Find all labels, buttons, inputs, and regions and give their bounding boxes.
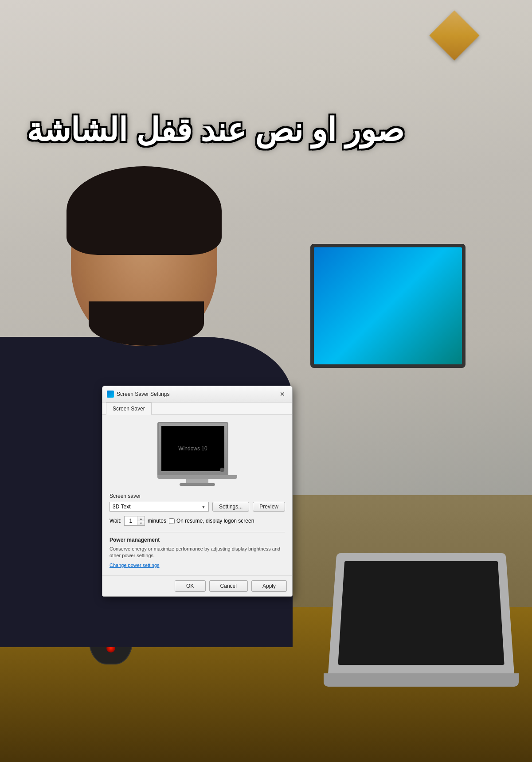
preview-monitor-button <box>220 468 224 472</box>
preview-container: Windows 10 <box>110 422 285 486</box>
power-management-title: Power management <box>110 537 285 543</box>
wait-spinners: ▲ ▼ <box>137 516 145 525</box>
power-management-desc: Conserve energy or maximize performance … <box>110 546 285 559</box>
preview-monitor-stand <box>186 479 208 483</box>
background-monitor <box>310 244 466 368</box>
spin-down-button[interactable]: ▼ <box>137 521 145 525</box>
wait-unit-label: minutes <box>148 518 166 524</box>
dialog-titlebar: Screen Saver Settings ✕ <box>102 386 292 402</box>
person-beard <box>89 301 204 346</box>
wait-input-wrapper: ▲ ▼ <box>124 516 145 526</box>
screensaver-section-label: Screen saver <box>110 493 285 499</box>
preview-monitor-frame: Windows 10 <box>157 422 228 475</box>
arabic-title: صور او نص عند قفل الشاشة <box>27 111 404 149</box>
logon-checkbox-label[interactable]: On resume, display logon screen <box>169 518 254 524</box>
wait-row: Wait: ▲ ▼ minutes On resume, display log… <box>110 516 285 526</box>
preview-screen: Windows 10 <box>161 426 224 471</box>
laptop-screen-panel <box>328 553 514 676</box>
dialog-icon <box>107 391 114 398</box>
person-hair <box>66 166 222 255</box>
apply-button[interactable]: Apply <box>251 580 287 592</box>
dialog-title: Screen Saver Settings <box>117 391 169 397</box>
dropdown-value: 3D Text <box>113 504 130 510</box>
screen-saver-tab[interactable]: Screen Saver <box>106 402 152 415</box>
dialog-body: Windows 10 Screen saver 3D Text ▼ Settin… <box>102 415 292 575</box>
dialog-footer: OK Cancel Apply <box>102 575 292 596</box>
cancel-button[interactable]: Cancel <box>209 580 248 592</box>
laptop-screen <box>338 561 504 665</box>
lamp-shape <box>429 10 479 60</box>
logon-checkbox[interactable] <box>169 518 175 524</box>
laptop-base <box>324 673 519 687</box>
preview-monitor-base <box>157 475 237 479</box>
dialog-tabbar: Screen Saver <box>102 402 292 415</box>
preview-screen-text: Windows 10 <box>178 445 207 452</box>
spin-up-button[interactable]: ▲ <box>137 516 145 521</box>
settings-button[interactable]: Settings... <box>212 502 249 512</box>
preview-monitor-foot <box>180 483 215 486</box>
screensaver-dropdown-row: 3D Text ▼ Settings... Preview <box>110 502 285 512</box>
logon-label-text: On resume, display logon screen <box>176 518 254 524</box>
preview-button[interactable]: Preview <box>253 502 285 512</box>
dropdown-arrow-icon: ▼ <box>201 504 206 509</box>
screen-saver-dialog: Screen Saver Settings ✕ Screen Saver Win… <box>102 386 293 597</box>
titlebar-left: Screen Saver Settings <box>107 391 169 398</box>
wait-label: Wait: <box>110 518 121 524</box>
lamp-decoration <box>421 0 488 89</box>
dialog-close-button[interactable]: ✕ <box>277 390 288 399</box>
screensaver-dropdown[interactable]: 3D Text ▼ <box>110 502 209 512</box>
wait-input[interactable] <box>125 517 137 525</box>
ok-button[interactable]: OK <box>175 580 206 592</box>
change-power-settings-link[interactable]: Change power settings <box>110 563 160 568</box>
power-management-section: Power management Conserve energy or maxi… <box>110 532 285 568</box>
monitor-screen <box>314 247 462 364</box>
